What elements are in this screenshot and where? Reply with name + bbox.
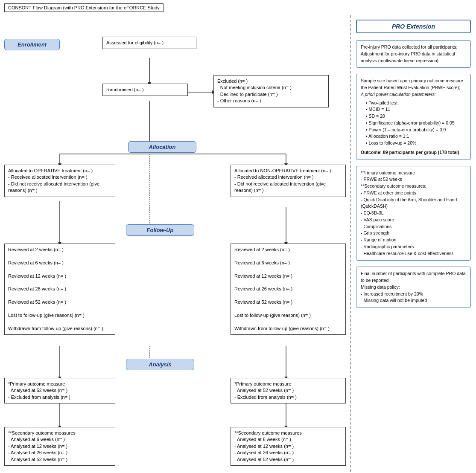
analysis-label: Analysis <box>126 359 194 370</box>
followup-left-box: Reviewed at 2 weeks (n= ) Reviewed at 6 … <box>4 244 115 335</box>
pro-box-1: Pre-injury PRO data collected for all pa… <box>356 40 471 68</box>
analysis-right-primary-box: *Primary outcome measure - Analysed at 5… <box>231 378 346 403</box>
enrollment-label: Enrollment <box>4 39 60 50</box>
excluded-box: Excluded (n= ) - Not meeting inclusion c… <box>213 75 329 107</box>
followup-label: Follow-Up <box>126 224 194 236</box>
pro-box2-item: Loss to follow-up = 20% <box>366 140 466 147</box>
nonoperative-box: Allocated to NON-OPERATIVE treatment (n=… <box>231 165 346 197</box>
pro-box2-item: Two-tailed test <box>366 100 466 107</box>
pro-box2-item: Power (1 – beta-error probability) = 0.9 <box>366 127 466 133</box>
followup-right-box: Reviewed at 2 weeks (n= ) Reviewed at 6 … <box>231 244 346 335</box>
analysis-left-primary-box: *Primary outcome measure - Analysed at 5… <box>4 378 115 403</box>
pro-box-2: Sample size based upon primary outcome m… <box>356 74 471 160</box>
pro-box2-item: SD = 20 <box>366 113 466 120</box>
pro-box2-item: Allocation ratio = 1:1 <box>366 133 466 140</box>
pro-sidebar: PRO Extension Pre-injury PRO data collec… <box>350 15 476 473</box>
pro-title: PRO Extension <box>356 20 471 33</box>
operative-box: Allocated to OPERATIVE treatment (n= ) -… <box>4 165 115 197</box>
randomised-box: Randomised (n= ) <box>102 84 188 96</box>
analysis-left-secondary-box: **Secondary outcome measures - Analysed … <box>4 427 115 466</box>
pro-box2-item: Significance (alpha-error probability) =… <box>366 120 466 127</box>
pro-box2-item: MCID = 11 <box>366 106 466 113</box>
assessed-box: Assessed for eligibility (n= ) <box>102 37 196 49</box>
analysis-right-secondary-box: **Secondary outcome measures - Analysed … <box>231 427 346 466</box>
pro-box-4: Final number of participants with comple… <box>356 267 471 308</box>
page-title: CONSORT Flow Diagram (with PRO Extension… <box>4 3 164 12</box>
allocation-label: Allocation <box>128 141 196 153</box>
pro-box-3: *Primary outcome measure - PRWE at 52 we… <box>356 166 471 261</box>
